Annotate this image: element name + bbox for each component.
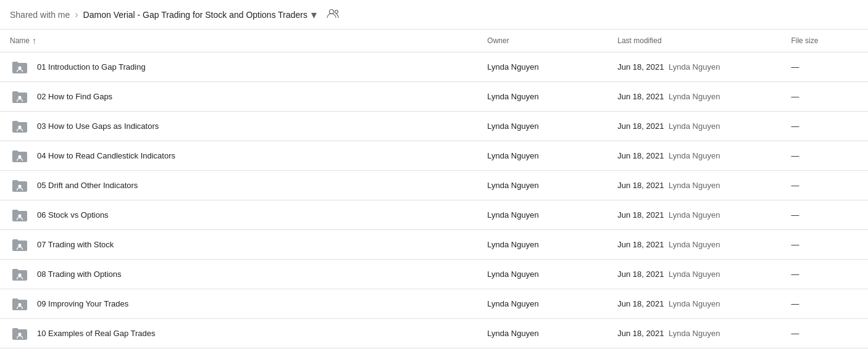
file-size-cell: —	[781, 230, 868, 260]
shared-folder-icon	[10, 235, 30, 255]
chevron-down-icon[interactable]: ▾	[311, 8, 317, 22]
table-row[interactable]: 09 Improving Your Trades Lynda NguyenJun…	[0, 289, 868, 319]
file-name-text: 02 How to Find Gaps	[37, 92, 112, 101]
file-size-cell: —	[781, 319, 868, 348]
file-owner-cell: Lynda Nguyen	[477, 289, 607, 319]
svg-point-10	[19, 303, 22, 306]
table-row[interactable]: 02 How to Find Gaps Lynda NguyenJun 18, …	[0, 82, 868, 112]
svg-point-3	[19, 96, 22, 99]
file-owner-cell: Lynda Nguyen	[477, 171, 607, 200]
shared-folder-icon	[10, 294, 30, 314]
file-modified-cell: Jun 18, 2021 Lynda Nguyen	[607, 82, 781, 112]
file-name-cell: 03 How to Use Gaps as Indicators	[0, 112, 477, 141]
shared-folder-icon	[10, 146, 30, 166]
sort-ascending-icon: ↑	[32, 36, 36, 46]
file-name-text: 07 Trading with Stock	[37, 240, 114, 249]
file-size-cell: —	[781, 171, 868, 200]
file-owner-cell: Lynda Nguyen	[477, 319, 607, 348]
svg-point-1	[335, 10, 338, 14]
shared-folder-icon	[10, 205, 30, 225]
file-owner-cell: Lynda Nguyen	[477, 200, 607, 230]
file-name-text: 10 Examples of Real Gap Trades	[37, 329, 156, 338]
shared-folder-icon	[10, 87, 30, 107]
file-name-cell: 09 Improving Your Trades	[0, 289, 477, 319]
modifier-name: Lynda Nguyen	[669, 299, 720, 308]
table-row[interactable]: 01 Introduction to Gap Trading Lynda Ngu…	[0, 52, 868, 82]
file-size-cell: —	[781, 289, 868, 319]
file-size-cell: —	[781, 260, 868, 289]
file-name-text: 08 Trading with Options	[37, 270, 122, 279]
shared-folder-icon	[10, 265, 30, 284]
file-modified-cell: Jun 18, 2021 Lynda Nguyen	[607, 52, 781, 82]
shared-folder-icon	[10, 324, 30, 344]
column-header-owner[interactable]: Owner	[477, 30, 607, 52]
file-owner-cell: Lynda Nguyen	[477, 141, 607, 171]
breadcrumb-separator: ›	[75, 9, 78, 20]
breadcrumb-bar: Shared with me › Damon Verial - Gap Trad…	[0, 0, 868, 30]
file-name-cell: 08 Trading with Options	[0, 260, 477, 289]
modifier-name: Lynda Nguyen	[669, 329, 720, 338]
svg-point-5	[19, 155, 22, 158]
table-row[interactable]: 03 How to Use Gaps as Indicators Lynda N…	[0, 112, 868, 141]
file-modified-cell: Jun 18, 2021 Lynda Nguyen	[607, 200, 781, 230]
table-row[interactable]: 07 Trading with Stock Lynda NguyenJun 18…	[0, 230, 868, 260]
file-modified-cell: Jun 18, 2021 Lynda Nguyen	[607, 171, 781, 200]
file-name-cell: 04 How to Read Candlestick Indicators	[0, 141, 477, 171]
table-row[interactable]: 04 How to Read Candlestick Indicators Ly…	[0, 141, 868, 171]
modifier-name: Lynda Nguyen	[669, 181, 720, 190]
file-modified-cell: Jun 18, 2021 Lynda Nguyen	[607, 289, 781, 319]
modifier-name: Lynda Nguyen	[669, 121, 720, 131]
file-name-text: 09 Improving Your Trades	[37, 299, 128, 308]
file-name-text: 01 Introduction to Gap Trading	[37, 62, 146, 72]
modifier-name: Lynda Nguyen	[669, 151, 720, 160]
modifier-name: Lynda Nguyen	[669, 270, 720, 279]
breadcrumb-current-folder: Damon Verial - Gap Trading for Stock and…	[83, 8, 317, 22]
breadcrumb-shared-link[interactable]: Shared with me	[10, 10, 70, 20]
file-name-text: 05 Drift and Other Indicators	[37, 181, 138, 190]
file-name-cell: 07 Trading with Stock	[0, 230, 477, 260]
file-name-cell: 10 Examples of Real Gap Trades	[0, 319, 477, 348]
modifier-name: Lynda Nguyen	[669, 62, 720, 72]
file-name-cell: 05 Drift and Other Indicators	[0, 171, 477, 200]
svg-point-4	[19, 125, 22, 128]
table-header-row: Name ↑ Owner Last modified File size	[0, 30, 868, 52]
table-row[interactable]: 06 Stock vs Options Lynda NguyenJun 18, …	[0, 200, 868, 230]
file-name-text: 06 Stock vs Options	[37, 210, 109, 220]
modifier-name: Lynda Nguyen	[669, 210, 720, 220]
breadcrumb-folder-title: Damon Verial - Gap Trading for Stock and…	[83, 10, 307, 20]
file-name-text: 03 How to Use Gaps as Indicators	[37, 121, 159, 131]
shared-folder-icon	[10, 117, 30, 136]
file-size-cell: —	[781, 112, 868, 141]
file-modified-cell: Jun 18, 2021 Lynda Nguyen	[607, 260, 781, 289]
file-modified-cell: Jun 18, 2021 Lynda Nguyen	[607, 230, 781, 260]
svg-point-2	[19, 66, 22, 69]
file-size-cell: —	[781, 82, 868, 112]
file-owner-cell: Lynda Nguyen	[477, 112, 607, 141]
file-table: Name ↑ Owner Last modified File size 01 …	[0, 30, 868, 348]
column-header-name[interactable]: Name ↑	[0, 30, 477, 52]
file-name-cell: 02 How to Find Gaps	[0, 82, 477, 112]
file-owner-cell: Lynda Nguyen	[477, 260, 607, 289]
table-row[interactable]: 08 Trading with Options Lynda NguyenJun …	[0, 260, 868, 289]
table-row[interactable]: 05 Drift and Other Indicators Lynda Nguy…	[0, 171, 868, 200]
file-size-cell: —	[781, 200, 868, 230]
column-header-file-size[interactable]: File size	[781, 30, 868, 52]
modifier-name: Lynda Nguyen	[669, 240, 720, 249]
file-size-cell: —	[781, 52, 868, 82]
file-name-text: 04 How to Read Candlestick Indicators	[37, 151, 175, 160]
svg-point-7	[19, 214, 22, 217]
column-header-last-modified[interactable]: Last modified	[607, 30, 781, 52]
svg-point-8	[19, 244, 22, 247]
file-modified-cell: Jun 18, 2021 Lynda Nguyen	[607, 112, 781, 141]
svg-point-6	[19, 184, 22, 187]
file-owner-cell: Lynda Nguyen	[477, 52, 607, 82]
file-owner-cell: Lynda Nguyen	[477, 82, 607, 112]
shared-folder-icon	[10, 57, 30, 77]
file-name-cell: 01 Introduction to Gap Trading	[0, 52, 477, 82]
people-icon[interactable]	[327, 7, 340, 22]
file-modified-cell: Jun 18, 2021 Lynda Nguyen	[607, 141, 781, 171]
file-owner-cell: Lynda Nguyen	[477, 230, 607, 260]
svg-point-11	[19, 332, 22, 335]
file-name-cell: 06 Stock vs Options	[0, 200, 477, 230]
table-row[interactable]: 10 Examples of Real Gap Trades Lynda Ngu…	[0, 319, 868, 348]
